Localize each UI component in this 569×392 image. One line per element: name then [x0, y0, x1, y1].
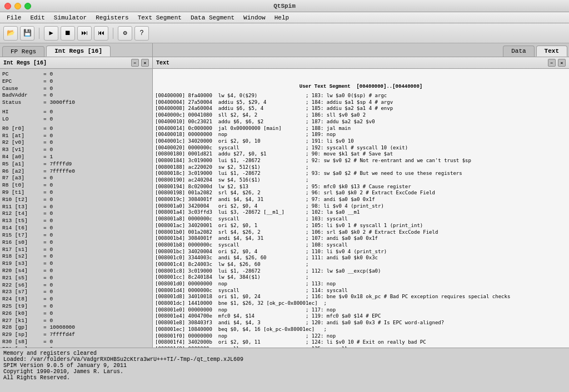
text-line: [00800180] 0001d821 addu $27, $0, $1 ; 9… [155, 151, 567, 158]
reg-name: R18 [s2] [2, 253, 41, 260]
menu-simulator[interactable]: Simulator [49, 12, 91, 23]
register-row: PC= 0 [2, 71, 150, 78]
text-minimize[interactable]: − [548, 59, 556, 67]
toolbar-save[interactable]: 💾 [20, 26, 34, 41]
register-row: R30 [s8]= 0 [2, 339, 150, 346]
status-line-2: Loaded: /var/folders/Va/VadgrRXOHBSu2cKt… [3, 356, 566, 363]
menu-registers[interactable]: Registers [91, 12, 133, 23]
text-line: [008001f8] 0000000c syscall ; 125: sysca… [155, 346, 567, 348]
toolbar-step[interactable]: ⏭ [77, 26, 92, 41]
reg-name: R24 [t8] [2, 296, 41, 303]
toolbar-help[interactable]: ? [134, 26, 149, 41]
toolbar-settings[interactable]: ⚙ [118, 26, 132, 41]
toolbar-sep1 [39, 28, 39, 39]
toolbar-run[interactable]: ▶ [44, 26, 58, 41]
text-line: [00400020] 0000000c syscall ; 192: sysca… [155, 145, 567, 152]
reg-value: = 0 [43, 318, 53, 325]
text-line: [008001f4] 3402000b ori $2, $0, 11 ; 124… [155, 339, 567, 346]
reg-name: R19 [s3] [2, 260, 41, 268]
register-row: R27 [k1]= 0 [2, 318, 150, 325]
tab-int-regs[interactable]: Int Regs [16] [46, 46, 111, 57]
reg-value: = 0 [43, 239, 53, 247]
int-regs-header: Int Regs [16] − × [0, 57, 152, 69]
reg-value: = 0 [43, 182, 53, 189]
close-button[interactable] [4, 3, 11, 9]
register-row: R14 [t6]= 0 [2, 225, 150, 232]
text-line: [0080018c] 3c019000 lui $1, -28672 ; 93:… [155, 170, 567, 177]
register-row: LO= 0 [2, 116, 150, 123]
reg-name: R16 [s0] [2, 239, 41, 247]
reg-name: R9 [t1] [2, 189, 41, 197]
register-row: R7 [a3]= 0 [2, 175, 150, 182]
toolbar-stop[interactable]: ⏹ [61, 26, 75, 41]
reg-value: = 0 [43, 268, 53, 275]
text-line: [008001b4] 3084001f andi $4, $4, 31 ; 10… [155, 235, 567, 242]
reg-value: = 0 [43, 147, 53, 154]
menu-help[interactable]: Help [270, 12, 293, 23]
text-line: [0080019c] 3084001f andi $4, $4, 31 ; 97… [155, 197, 567, 203]
reg-name: R22 [s6] [2, 282, 41, 289]
text-panel-controls: − × [548, 59, 566, 67]
int-regs-close[interactable]: × [141, 59, 149, 67]
reg-value: = 0 [43, 282, 53, 289]
reg-value: = 0 [43, 225, 53, 232]
reg-name: PC [2, 71, 41, 78]
reg-name: R31 [ra] [2, 346, 41, 348]
reg-value: = 0 [43, 139, 53, 147]
text-line: [00800184] 3c019000 lui $1, -28672 ; 92:… [155, 158, 567, 164]
reg-name: R17 [s1] [2, 247, 41, 254]
reg-name: R0 [r0] [2, 125, 41, 133]
text-line: [008001ec] 10840000 beq $0, $4, 16 [ok_p… [155, 326, 567, 333]
tab-text[interactable]: Text [536, 46, 567, 57]
reg-value: = 10008000 [43, 324, 75, 331]
reg-name: R14 [t6] [2, 225, 41, 232]
reg-name: R12 [t4] [2, 210, 41, 218]
reg-name: R8 [t0] [2, 182, 41, 189]
tab-data[interactable]: Data [503, 46, 534, 57]
toolbar-back[interactable]: ⏮ [94, 26, 108, 41]
int-regs-minimize[interactable]: − [131, 59, 139, 67]
tab-fp-regs[interactable]: FP Regs [2, 46, 44, 57]
text-line: [008001ac] 34020001 ori $2, $0, 1 ; 105:… [155, 223, 567, 229]
reg-name: R20 [s4] [2, 268, 41, 275]
text-line: [00800190] ac240204 sw $4, 516($1) ; [155, 177, 567, 184]
reg-name: BadVAddr [2, 92, 41, 99]
reg-value: = 0 [43, 125, 53, 133]
reg-name: R5 [a1] [2, 161, 41, 168]
text-content-panel[interactable]: User Text Segment [00400000]..[00440000]… [153, 69, 569, 348]
register-row: R15 [t7]= 0 [2, 232, 150, 239]
reg-value: = 0 [43, 175, 53, 182]
reg-value: = 0 [43, 339, 53, 346]
register-row: Status= 3000ff10 [2, 99, 150, 107]
reg-name: R27 [k1] [2, 318, 41, 325]
menu-data-segment[interactable]: Data Segment [186, 12, 239, 23]
reg-value: = 0 [43, 232, 53, 239]
title-bar: QtSpim [0, 0, 569, 12]
text-line: [008001c4] 8c24003c lw $4, $26, 60 ; [155, 262, 567, 268]
text-line: [008001c8] 3c019000 lui $1, -28672 ; 112… [155, 268, 567, 275]
text-close[interactable]: × [558, 59, 566, 67]
register-row: R22 [s6]= 0 [2, 282, 150, 289]
status-line-5: All Rights Reserved. [3, 375, 566, 381]
menu-edit[interactable]: Edit [26, 12, 49, 23]
text-segment-header: User Text Segment [00400000]..[00440000] [155, 83, 567, 93]
toolbar-open[interactable]: 📂 [3, 26, 18, 41]
text-line: [00400018] 00000000 nop ; 189: nop [155, 132, 567, 138]
text-line: [0040001c] 34020000 ori $2, $0, 10 ; 191… [155, 138, 567, 145]
reg-name: R23 [s7] [2, 289, 41, 296]
register-row: R21 [s5]= 0 [2, 275, 150, 282]
menu-text-segment[interactable]: Text Segment [133, 12, 186, 23]
minimize-button[interactable] [14, 3, 21, 9]
register-row: R8 [t0]= 0 [2, 182, 150, 189]
register-row: R26 [k0]= 0 [2, 310, 150, 318]
registers-panel[interactable]: PC= 0EPC= 0Cause= 0BadVAddr= 0Status= 30… [0, 69, 152, 348]
text-line: [008001e4] 4004700e mfc0 $4, $14 ; 119: … [155, 313, 567, 320]
reg-value: = 0 [43, 310, 53, 318]
reg-value: = 0 [43, 204, 53, 211]
text-line: [00400008] 24a60004 addiu $6, $5, 4 ; 18… [155, 105, 567, 112]
menu-window[interactable]: Window [239, 12, 270, 23]
text-line: [008001a0] 3420004 ori $2, $0, 4 ; 98: l… [155, 203, 567, 210]
maximize-button[interactable] [24, 3, 31, 9]
reg-name: Status [2, 99, 41, 107]
menu-file[interactable]: File [2, 12, 26, 23]
